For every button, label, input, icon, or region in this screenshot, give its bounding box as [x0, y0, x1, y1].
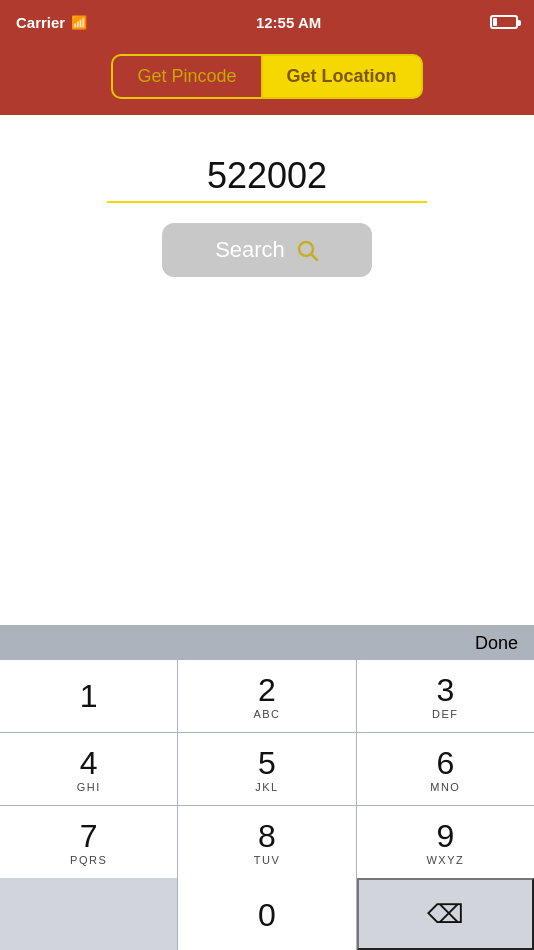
key-9[interactable]: 9 WXYZ [357, 806, 534, 878]
key-4[interactable]: 4 GHI [0, 733, 177, 805]
key-1[interactable]: 1 [0, 660, 177, 732]
key-3[interactable]: 3 DEF [357, 660, 534, 732]
delete-button[interactable]: ⌫ [357, 878, 534, 950]
search-button-wrapper: Search [30, 223, 504, 277]
svg-line-1 [311, 255, 317, 261]
status-time: 12:55 AM [256, 14, 321, 31]
search-label: Search [215, 237, 285, 263]
key-2[interactable]: 2 ABC [178, 660, 355, 732]
nav-bar: Get Pincode Get Location [0, 44, 534, 115]
status-bar: Carrier 📶 12:55 AM [0, 0, 534, 44]
keyboard-grid: 1 2 ABC 3 DEF 4 GHI 5 JKL 6 MNO 7 PQRS [0, 660, 534, 878]
key-empty [0, 878, 177, 950]
key-7[interactable]: 7 PQRS [0, 806, 177, 878]
wifi-icon: 📶 [71, 15, 87, 30]
key-8[interactable]: 8 TUV [178, 806, 355, 878]
battery-icon [490, 15, 518, 29]
pincode-input[interactable] [107, 155, 427, 203]
get-location-button[interactable]: Get Location [261, 54, 423, 99]
get-pincode-button[interactable]: Get Pincode [111, 54, 260, 99]
search-button[interactable]: Search [162, 223, 372, 277]
status-carrier: Carrier 📶 [16, 14, 87, 31]
keyboard-bottom-row: 0 ⌫ [0, 878, 534, 950]
keyboard-area: Done 1 2 ABC 3 DEF 4 GHI 5 JKL 6 MNO [0, 625, 534, 950]
key-0[interactable]: 0 [178, 878, 355, 950]
key-6[interactable]: 6 MNO [357, 733, 534, 805]
done-button[interactable]: Done [475, 633, 518, 654]
key-5[interactable]: 5 JKL [178, 733, 355, 805]
delete-icon: ⌫ [427, 899, 464, 930]
pincode-input-wrapper [30, 155, 504, 203]
main-content: Search [0, 115, 534, 277]
keyboard-done-bar: Done [0, 625, 534, 660]
carrier-label: Carrier [16, 14, 65, 31]
search-icon [295, 238, 319, 262]
